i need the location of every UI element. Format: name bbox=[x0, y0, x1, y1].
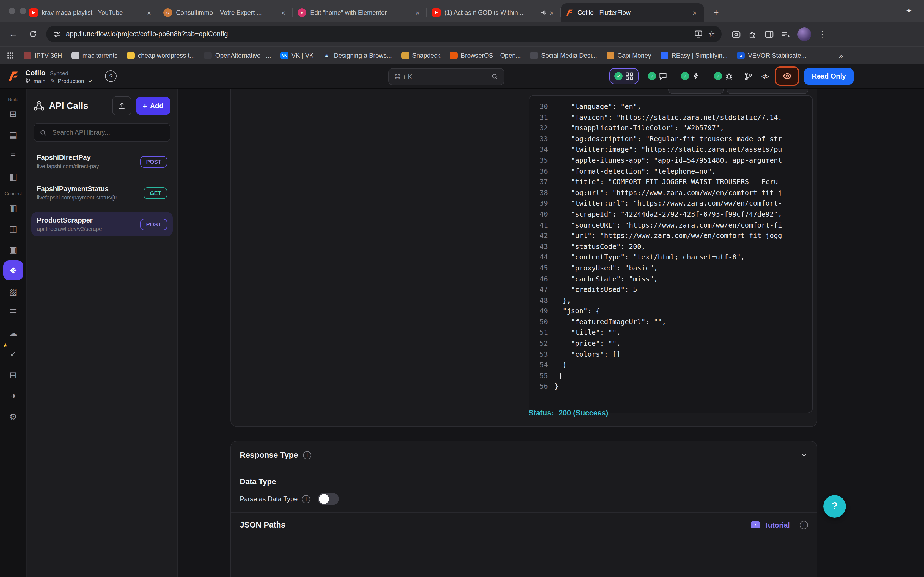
debug-check-group[interactable]: ✓ bbox=[710, 69, 738, 84]
app-values-icon[interactable]: ▣ bbox=[3, 240, 23, 259]
response-json-viewer[interactable]: 30 "language": "en",31 "favicon": "https… bbox=[528, 95, 813, 413]
partial-tab-button[interactable] bbox=[668, 89, 724, 94]
bookmark-item[interactable]: Social Media Desi... bbox=[530, 52, 597, 59]
tab-flutterflow-active[interactable]: Cofilo - FlutterFlow × bbox=[561, 3, 704, 22]
api-search-input[interactable] bbox=[51, 128, 165, 137]
api-list-item[interactable]: FapshiDirectPay live.fapshi.com/direct-p… bbox=[31, 150, 173, 174]
bookmark-item[interactable]: ///Designing a Brows... bbox=[323, 52, 392, 59]
close-tab-icon[interactable]: × bbox=[413, 8, 422, 17]
line-text: "title": "COMFORT FIT JOGGER WAIST TROUS… bbox=[554, 176, 813, 187]
tab-youtube-video[interactable]: (1) Act as if GOD is Within ... × bbox=[427, 3, 561, 22]
media-assets-icon[interactable]: ▨ bbox=[3, 281, 23, 301]
media-controls-icon[interactable] bbox=[781, 29, 790, 39]
partial-tab-button[interactable] bbox=[727, 89, 809, 94]
method-badge: POST bbox=[140, 156, 167, 167]
toolbox-icon[interactable]: ⊟ bbox=[3, 365, 23, 385]
api-list-item[interactable]: FapshiPaymentStatus livefapshi.com/payme… bbox=[31, 181, 173, 205]
bookmark-item[interactable]: cheap wordpress t... bbox=[127, 52, 195, 59]
line-number: 39 bbox=[533, 198, 548, 209]
close-tab-icon[interactable]: × bbox=[547, 8, 556, 17]
status-value: 200 (Success) bbox=[559, 409, 608, 417]
read-only-button[interactable]: Read Only bbox=[804, 68, 854, 84]
site-settings-icon[interactable] bbox=[53, 30, 61, 38]
toggle-knob bbox=[319, 494, 329, 504]
api-name: ProductScrapper bbox=[37, 216, 102, 224]
cloud-functions-icon[interactable]: ☁ bbox=[3, 323, 23, 343]
import-api-button[interactable] bbox=[112, 96, 131, 115]
audio-playing-icon[interactable] bbox=[541, 9, 547, 16]
page-templates-icon[interactable]: ▤ bbox=[3, 125, 23, 145]
screen-capture-icon[interactable] bbox=[732, 29, 741, 39]
profile-avatar[interactable] bbox=[798, 27, 811, 41]
api-calls-icon[interactable]: ❖ bbox=[3, 261, 23, 280]
new-tab-button[interactable]: + bbox=[708, 5, 724, 20]
extensions-puzzle-icon[interactable] bbox=[748, 29, 758, 39]
close-tab-icon[interactable]: × bbox=[145, 8, 153, 17]
command-search[interactable]: ⌘ + K bbox=[388, 68, 504, 85]
bookmark-item[interactable]: mac torrents bbox=[71, 52, 118, 59]
sparkle-icon[interactable]: ✦ bbox=[906, 6, 912, 15]
parse-data-type-toggle[interactable] bbox=[318, 493, 339, 505]
url-text[interactable]: app.flutterflow.io/project/cofilo-po6n8h… bbox=[66, 30, 690, 38]
apps-grid-icon[interactable] bbox=[6, 52, 14, 59]
environment-name[interactable]: Production bbox=[58, 78, 84, 84]
browser-menu-icon[interactable]: ⋮ bbox=[818, 30, 826, 39]
api-search-field[interactable] bbox=[34, 123, 171, 142]
side-panel-icon[interactable] bbox=[764, 29, 774, 39]
bookmark-favicon bbox=[71, 52, 79, 59]
branch-tree-icon[interactable] bbox=[743, 72, 755, 81]
storyboard-icon[interactable]: ≡ bbox=[3, 146, 23, 165]
components-icon[interactable]: ◧ bbox=[3, 166, 23, 186]
theme-icon[interactable]: ◑ bbox=[3, 386, 23, 406]
app-checks-icon[interactable]: ✓★ bbox=[3, 344, 23, 364]
close-tab-icon[interactable]: × bbox=[279, 8, 288, 17]
bookmark-item[interactable]: REasy | Simplifyin... bbox=[661, 52, 728, 59]
branch-name[interactable]: main bbox=[34, 78, 45, 84]
info-icon[interactable]: i bbox=[800, 521, 808, 529]
bookmark-item[interactable]: Capi Money bbox=[606, 52, 651, 59]
bookmark-item[interactable]: OpenAlternative –... bbox=[204, 52, 271, 59]
bookmark-item[interactable]: aVEVOR Stabilisate... bbox=[737, 52, 806, 59]
address-bar[interactable]: app.flutterflow.io/project/cofilo-po6n8h… bbox=[46, 26, 722, 42]
actions-check-group[interactable]: ✓ bbox=[677, 69, 705, 84]
add-api-call-button[interactable]: + Add bbox=[136, 97, 171, 115]
collections-icon[interactable]: ◫ bbox=[3, 219, 23, 239]
chevron-down-icon[interactable] bbox=[800, 451, 808, 459]
ui-check-group[interactable]: ✓ bbox=[610, 68, 639, 84]
help-fab[interactable]: ? bbox=[823, 495, 846, 517]
info-icon[interactable]: i bbox=[303, 451, 311, 459]
code-line: 47 "creditsUsed": 5 bbox=[533, 284, 813, 295]
bookmark-item[interactable]: IPTV 36H bbox=[24, 52, 62, 59]
ui-builder-icon[interactable]: ⊞ bbox=[3, 104, 23, 124]
tab-elementor[interactable]: e Edit "home" with Elementor × bbox=[292, 3, 427, 22]
line-text: "sourceURL": "https://www.zara.com/ww/en… bbox=[554, 219, 813, 230]
settings-icon[interactable]: ⚙ bbox=[3, 407, 23, 426]
close-window-button[interactable] bbox=[9, 8, 15, 14]
response-type-header[interactable]: Response Type i bbox=[231, 441, 817, 469]
tab-consultimmo[interactable]: C Consultimmo – Votre Expert ... × bbox=[158, 3, 292, 22]
bookmark-item[interactable]: BrowserOS – Open... bbox=[450, 52, 521, 59]
close-tab-icon[interactable]: × bbox=[690, 8, 699, 17]
preview-eye-button[interactable] bbox=[775, 66, 799, 86]
bookmark-item[interactable]: VKVK | VK bbox=[281, 52, 313, 59]
browser-toolbar: ← app.flutterflow.io/project/cofilo-po6n… bbox=[0, 22, 924, 46]
bookmarks-list: IPTV 36Hmac torrentscheap wordpress t...… bbox=[24, 52, 806, 59]
bookmark-star-icon[interactable]: ☆ bbox=[708, 30, 715, 39]
info-icon[interactable]: i bbox=[302, 495, 310, 503]
bookmarks-overflow-icon[interactable]: » bbox=[839, 51, 918, 60]
line-number: 55 bbox=[533, 371, 548, 381]
code-line: 40 "scrapeId": "42244da2-2792-423f-8793-… bbox=[533, 209, 813, 219]
api-list-item-selected[interactable]: ProductScrapper api.firecrawl.dev/v2/scr… bbox=[31, 212, 173, 236]
install-app-icon[interactable] bbox=[695, 30, 703, 39]
bookmark-item[interactable]: Snapdeck bbox=[401, 52, 440, 59]
code-view-icon[interactable]: </> bbox=[760, 73, 770, 79]
comments-check-group[interactable]: ✓ bbox=[644, 69, 672, 84]
flutterflow-logo[interactable] bbox=[8, 70, 20, 82]
tab-youtube-playlist[interactable]: krav maga playlist - YouTube × bbox=[24, 3, 158, 22]
text-content-icon[interactable]: ☰ bbox=[3, 302, 23, 322]
database-icon[interactable]: ▥ bbox=[3, 198, 23, 218]
back-button[interactable]: ← bbox=[6, 27, 20, 41]
tutorial-link[interactable]: Tutorial i bbox=[751, 521, 808, 529]
help-icon[interactable]: ? bbox=[105, 70, 117, 82]
reload-button[interactable] bbox=[26, 27, 40, 41]
